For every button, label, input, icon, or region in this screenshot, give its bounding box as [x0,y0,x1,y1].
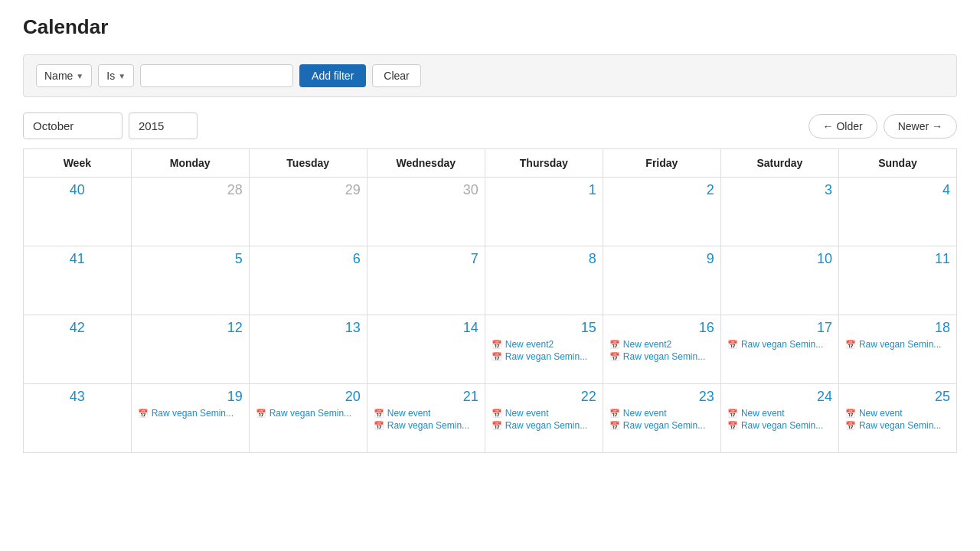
older-button[interactable]: ← Older [808,114,877,139]
event-label: Raw vegan Semin... [623,351,705,362]
calendar-row: 41567891011 [24,246,957,315]
day-number: 24 [727,389,832,405]
calendar-day[interactable]: 9 [603,246,720,315]
calendar-icon: 📅 [845,409,856,419]
calendar-icon: 📅 [845,421,856,431]
calendar-day[interactable]: 12 [131,315,249,384]
event-label: Raw vegan Semin... [270,408,351,419]
calendar-icon: 📅 [609,409,620,419]
month-input[interactable] [23,112,122,139]
week-number[interactable]: 42 [24,315,132,384]
calendar-day[interactable]: 29 [249,178,367,246]
clear-button[interactable]: Clear [372,64,420,87]
event-item[interactable]: 📅Raw vegan Semin... [727,339,832,350]
calendar-day[interactable]: 22📅New event📅Raw vegan Semin... [485,384,603,453]
event-item[interactable]: 📅New event [374,408,479,419]
day-number: 21 [374,389,479,405]
day-number: 7 [374,251,479,267]
calendar-icon: 📅 [727,421,738,431]
event-item[interactable]: 📅Raw vegan Semin... [727,420,832,431]
event-label: Raw vegan Semin... [387,420,469,431]
calendar-day[interactable]: 13 [249,315,367,384]
calendar-header-row: Week Monday Tuesday Wednesday Thursday F… [24,149,957,178]
calendar-day[interactable]: 15📅New event2📅Raw vegan Semin... [485,315,603,384]
is-dropdown[interactable]: Is ▼ [98,64,134,87]
calendar-day[interactable]: 2 [603,178,720,246]
day-number: 12 [138,320,243,336]
calendar-day[interactable]: 6 [249,246,367,315]
event-item[interactable]: 📅New event2 [492,339,596,350]
event-item[interactable]: 📅Raw vegan Semin... [492,420,596,431]
event-label: New event2 [505,339,554,350]
day-number: 30 [374,182,479,198]
event-item[interactable]: 📅Raw vegan Semin... [492,351,596,362]
event-label: Raw vegan Semin... [741,339,823,350]
day-number: 20 [256,389,361,405]
week-number[interactable]: 43 [24,384,132,453]
calendar-day[interactable]: 17📅Raw vegan Semin... [720,315,838,384]
calendar-day[interactable]: 25📅New event📅Raw vegan Semin... [838,384,956,453]
calendar-icon: 📅 [374,421,384,431]
calendar-day[interactable]: 30 [367,178,485,246]
event-item[interactable]: 📅Raw vegan Semin... [609,351,714,362]
col-week: Week [24,149,132,178]
col-wednesday: Wednesday [367,149,485,178]
day-number: 8 [492,251,596,267]
day-number: 6 [256,251,361,267]
calendar-icon: 📅 [374,409,384,419]
calendar-day[interactable]: 4 [838,178,956,246]
calendar-day[interactable]: 24📅New event📅Raw vegan Semin... [720,384,838,453]
calendar-day[interactable]: 20📅Raw vegan Semin... [249,384,367,453]
name-dropdown-arrow: ▼ [76,72,83,80]
calendar-day[interactable]: 23📅New event📅Raw vegan Semin... [603,384,720,453]
calendar-icon: 📅 [492,409,502,419]
day-number: 9 [609,251,714,267]
day-number: 10 [727,251,832,267]
calendar-day[interactable]: 8 [485,246,603,315]
day-number: 19 [138,389,243,405]
calendar-day[interactable]: 16📅New event2📅Raw vegan Semin... [603,315,720,384]
add-filter-button[interactable]: Add filter [299,64,366,87]
day-number: 16 [609,320,714,336]
calendar-icon: 📅 [609,421,620,431]
calendar-day[interactable]: 10 [720,246,838,315]
calendar-icon: 📅 [256,409,266,419]
event-label: New event [387,408,431,419]
event-item[interactable]: 📅New event2 [609,339,714,350]
event-item[interactable]: 📅New event [845,408,950,419]
calendar-icon: 📅 [492,421,502,431]
week-number[interactable]: 40 [24,178,132,246]
calendar-table: Week Monday Tuesday Wednesday Thursday F… [23,148,957,453]
calendar-day[interactable]: 28 [131,178,249,246]
event-item[interactable]: 📅Raw vegan Semin... [374,420,479,431]
event-item[interactable]: 📅New event [492,408,596,419]
calendar-nav-left [23,112,198,139]
filter-input[interactable] [140,64,293,87]
calendar-day[interactable]: 14 [367,315,485,384]
event-item[interactable]: 📅New event [727,408,832,419]
calendar-day[interactable]: 1 [485,178,603,246]
event-item[interactable]: 📅Raw vegan Semin... [256,408,361,419]
year-input[interactable] [129,112,198,139]
newer-button[interactable]: Newer → [884,114,957,139]
calendar-day[interactable]: 7 [367,246,485,315]
event-item[interactable]: 📅Raw vegan Semin... [845,339,950,350]
day-number: 17 [727,320,832,336]
week-number[interactable]: 41 [24,246,132,315]
event-item[interactable]: 📅Raw vegan Semin... [138,408,243,419]
event-label: Raw vegan Semin... [505,351,587,362]
calendar-day[interactable]: 18📅Raw vegan Semin... [838,315,956,384]
col-sunday: Sunday [838,149,956,178]
day-number: 23 [609,389,714,405]
event-item[interactable]: 📅New event [609,408,714,419]
day-number: 5 [138,251,243,267]
calendar-day[interactable]: 3 [720,178,838,246]
calendar-day[interactable]: 21📅New event📅Raw vegan Semin... [367,384,485,453]
calendar-day[interactable]: 19📅Raw vegan Semin... [131,384,249,453]
calendar-day[interactable]: 11 [838,246,956,315]
calendar-day[interactable]: 5 [131,246,249,315]
day-number: 2 [609,182,714,198]
event-item[interactable]: 📅Raw vegan Semin... [845,420,950,431]
event-item[interactable]: 📅Raw vegan Semin... [609,420,714,431]
name-dropdown[interactable]: Name ▼ [36,64,92,87]
